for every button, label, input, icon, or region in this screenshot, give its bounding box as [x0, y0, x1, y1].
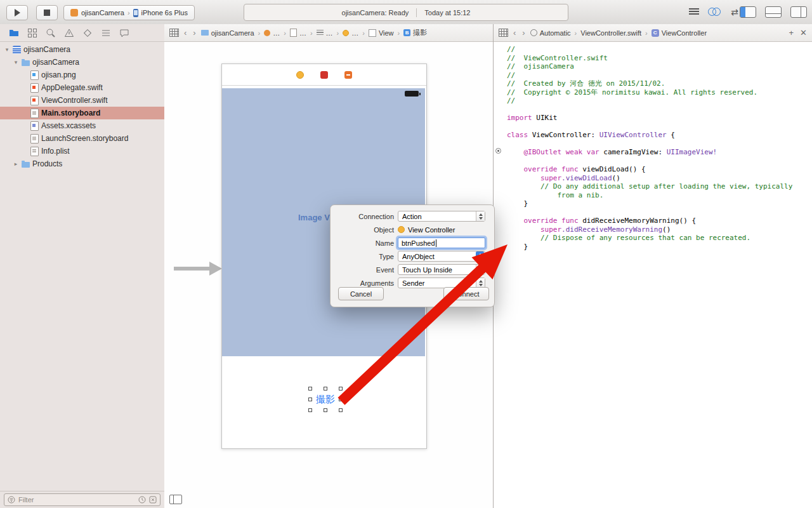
capture-button-canvas[interactable]: 撮影 — [308, 387, 343, 412]
cancel-button[interactable]: Cancel — [338, 287, 384, 300]
storyboard-icon — [264, 30, 270, 36]
resize-handle[interactable] — [308, 408, 312, 412]
standard-editor-button[interactable] — [689, 8, 699, 16]
file-label: Main.storyboard — [41, 109, 100, 117]
dialog-label-object: Object — [331, 226, 394, 234]
connection-well-icon[interactable] — [495, 148, 501, 154]
document-outline-toggle[interactable] — [169, 495, 182, 504]
file-tree: ▾ojisanCamera▾ojisanCameraojisan.pngAppD… — [0, 43, 164, 170]
resize-handle[interactable] — [339, 398, 343, 401]
symbol-navigator-icon[interactable] — [27, 28, 37, 38]
breadcrumb-label: ojisanCamera — [211, 29, 254, 37]
code-line: super.didReceiveMemoryWarning() — [507, 225, 812, 234]
connect-button[interactable]: Connect — [443, 287, 489, 300]
recent-clock-icon[interactable] — [138, 496, 146, 504]
disclosure-triangle-icon[interactable]: ▾ — [13, 59, 19, 65]
dialog-label-event: Event — [331, 266, 394, 274]
first-responder-icon[interactable] — [320, 71, 328, 79]
resize-handle[interactable] — [339, 408, 343, 412]
type-popup[interactable]: AnyObject — [398, 251, 485, 262]
file-row-ojisan-png[interactable]: ojisan.png — [0, 69, 164, 81]
device-name: iPhone 6s Plus — [141, 9, 188, 17]
popup-stepper-icon[interactable] — [476, 211, 485, 221]
code-line — [507, 157, 812, 166]
assistant-symbol-segment[interactable]: C ViewController — [652, 29, 707, 37]
test-navigator-icon[interactable] — [82, 28, 93, 38]
code-line: // Copyright © 2015年 norimitsu kawai. Al… — [507, 88, 812, 97]
file-row-ojisancamera[interactable]: ▾ojisanCamera — [0, 56, 164, 69]
forward-button[interactable]: › — [521, 29, 526, 36]
navigator-toggle-button[interactable] — [740, 6, 756, 18]
stop-button[interactable] — [36, 5, 58, 20]
resize-handle[interactable] — [324, 387, 327, 391]
breadcrumb-label: View — [379, 29, 394, 37]
popup-stepper-icon[interactable] — [476, 278, 485, 288]
dialog-row-event: EventTouch Up Inside — [331, 263, 494, 276]
breadcrumb-segment-0[interactable]: ojisanCamera — [201, 29, 254, 37]
event-popup[interactable]: Touch Up Inside — [398, 264, 485, 275]
resize-handle[interactable] — [324, 408, 327, 412]
clear-filter-icon[interactable] — [149, 496, 157, 504]
assistant-file-segment[interactable]: ViewController.swift — [580, 29, 641, 37]
code-area[interactable]: //// ViewController.swift// ojisanCamera… — [494, 41, 812, 508]
debug-navigator-icon[interactable] — [101, 28, 111, 38]
file-row-info-plist[interactable]: Info.plist — [0, 145, 164, 157]
view-controller-icon[interactable] — [296, 71, 304, 79]
name-text-field[interactable]: btnPushed — [398, 237, 485, 248]
file-row-launchscreen-storyboard[interactable]: LaunchScreen.storyboard — [0, 132, 164, 145]
back-button[interactable]: ‹ — [512, 29, 517, 36]
popup-stepper-icon[interactable] — [476, 265, 485, 274]
filter-field[interactable]: Filter — [4, 493, 160, 506]
file-label: Assets.xcassets — [41, 121, 96, 130]
file-row-products[interactable]: ▸Products — [0, 157, 164, 170]
assistant-mode-segment[interactable]: Automatic — [530, 29, 571, 37]
assistant-editor-button[interactable] — [708, 8, 722, 17]
file-label: Products — [32, 159, 62, 168]
breadcrumb-segment-1[interactable]: … — [264, 29, 280, 37]
back-button[interactable]: ‹ — [183, 29, 188, 36]
debug-area-toggle-button[interactable] — [765, 6, 782, 18]
file-row-main-storyboard[interactable]: Main.storyboard — [0, 107, 164, 119]
search-navigator-icon[interactable] — [46, 28, 56, 38]
exit-icon[interactable] — [344, 71, 352, 79]
scheme-selector[interactable]: ojisanCamera › iPhone 6s Plus — [63, 5, 195, 20]
dialog-row-name: NamebtnPushed — [331, 236, 494, 250]
breadcrumb-segment-6[interactable]: B撮影 — [403, 28, 427, 37]
code-line: // ViewController.swift — [507, 54, 812, 63]
viewcontroller-icon — [343, 30, 349, 36]
run-button[interactable] — [6, 5, 28, 20]
disclosure-triangle-icon[interactable]: ▾ — [4, 46, 10, 53]
version-editor-button[interactable]: ⇄ — [731, 8, 738, 17]
breadcrumb-label: … — [299, 29, 306, 37]
file-row-appdelegate-swift[interactable]: AppDelegate.swift — [0, 81, 164, 94]
add-assistant-icon[interactable]: + — [789, 28, 794, 37]
breadcrumb-segment-3[interactable]: … — [317, 29, 333, 37]
utilities-toggle-button[interactable] — [790, 6, 807, 18]
chevron-right-icon: › — [128, 9, 130, 17]
issue-navigator-icon[interactable] — [64, 28, 74, 38]
close-assistant-icon[interactable]: ✕ — [800, 28, 807, 37]
dialog-label-connection: Connection — [331, 213, 394, 220]
file-row-viewcontroller-swift[interactable]: ViewController.swift — [0, 94, 164, 107]
resize-handle[interactable] — [308, 387, 312, 391]
related-items-icon[interactable] — [169, 29, 179, 37]
popup-value: Touch Up Inside — [398, 266, 476, 274]
disclosure-triangle-icon[interactable]: ▸ — [13, 161, 19, 167]
proj-file-icon — [13, 46, 21, 54]
storyboard-file-icon — [30, 134, 39, 144]
combo-stepper-icon[interactable] — [476, 251, 484, 261]
connection-popup[interactable]: Action — [398, 211, 485, 222]
resize-handle[interactable] — [308, 398, 312, 401]
canvas-breadcrumb: ojisanCamera›…›…›…›…›View›B撮影 — [201, 28, 428, 37]
breadcrumb-segment-2[interactable]: … — [290, 29, 306, 37]
related-items-icon[interactable] — [499, 29, 508, 37]
report-navigator-icon[interactable] — [119, 28, 129, 38]
forward-button[interactable]: › — [192, 29, 197, 36]
file-row-ojisancamera[interactable]: ▾ojisanCamera — [0, 43, 164, 56]
breadcrumb-segment-4[interactable]: … — [343, 29, 358, 37]
file-row-assets-xcassets[interactable]: Assets.xcassets — [0, 119, 164, 132]
resize-handle[interactable] — [339, 387, 343, 391]
assistant-controls: + ✕ — [789, 28, 808, 37]
project-navigator-icon[interactable] — [9, 28, 19, 38]
breadcrumb-segment-5[interactable]: View — [369, 29, 394, 37]
